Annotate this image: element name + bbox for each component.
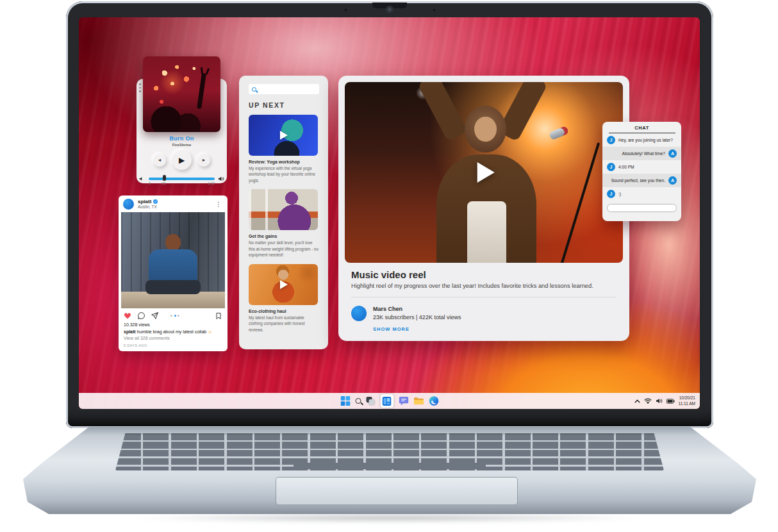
post-timestamp: 5 DAYS AGO bbox=[124, 343, 222, 348]
drag-handle-icon[interactable] bbox=[139, 83, 141, 92]
video-thumbnail[interactable] bbox=[249, 115, 318, 156]
microphone bbox=[549, 126, 570, 140]
avatar: A bbox=[668, 176, 677, 185]
progress-times: 0 21 1:00 bbox=[149, 181, 215, 186]
task-view-icon[interactable] bbox=[366, 397, 375, 406]
search-icon[interactable] bbox=[355, 398, 361, 404]
clock[interactable]: 10/20/21 11:11 AM bbox=[679, 395, 696, 406]
microphone-dot bbox=[345, 9, 347, 11]
video-thumbnail[interactable] bbox=[249, 264, 318, 305]
keyboard[interactable] bbox=[115, 433, 664, 470]
song-artist: FireShrine bbox=[137, 143, 227, 147]
chat-message: Sound perfect, see you then. A bbox=[602, 174, 681, 187]
view-comments-link[interactable]: View all 328 comments bbox=[124, 335, 222, 342]
spacebar-key[interactable] bbox=[294, 463, 486, 469]
video-player-card: Music video reel Highlight reel of my pr… bbox=[338, 76, 629, 341]
chat-widget: CHAT J Hey, are you joining us later? Ab… bbox=[602, 122, 681, 221]
chat-header: CHAT bbox=[602, 122, 681, 131]
more-menu-icon[interactable]: ⋮ bbox=[214, 201, 223, 208]
video-thumbnail[interactable] bbox=[249, 189, 318, 230]
windows-taskbar: 10/20/21 11:11 AM bbox=[79, 393, 700, 409]
caption: splatt humble brag about my latest colla… bbox=[124, 329, 222, 336]
avatar[interactable] bbox=[123, 199, 134, 210]
video-title[interactable]: Get the gains bbox=[249, 234, 319, 238]
video-title[interactable]: Review: Yoga workshop bbox=[249, 160, 319, 164]
chat-message: J Hey, are you joining us later? bbox=[602, 133, 681, 147]
up-next-item[interactable]: Get the gains No matter your skill level… bbox=[249, 189, 319, 258]
search-icon bbox=[252, 87, 256, 92]
show-more-button[interactable]: SHOW MORE bbox=[373, 326, 461, 332]
previous-icon: ◂ bbox=[158, 157, 161, 163]
wifi-icon[interactable] bbox=[644, 398, 652, 404]
up-next-panel: UP NEXT Review: Yoga workshop My experie… bbox=[239, 76, 328, 349]
divider bbox=[351, 297, 617, 297]
trackpad[interactable] bbox=[276, 477, 518, 505]
song-title: Burn On bbox=[137, 135, 227, 142]
play-icon bbox=[280, 280, 288, 289]
start-button-icon[interactable] bbox=[340, 396, 350, 406]
username[interactable]: splatt bbox=[138, 199, 151, 204]
avatar: A bbox=[668, 149, 677, 158]
video-description: My latest haul from sustainable clothing… bbox=[249, 315, 319, 333]
chat-message: J 4:00 PM bbox=[602, 160, 681, 174]
avatar: J bbox=[607, 163, 615, 171]
album-art bbox=[143, 56, 220, 132]
avatar: J bbox=[607, 190, 615, 198]
up-next-item[interactable]: Review: Yoga workshop My experience with… bbox=[249, 115, 319, 183]
video-frame[interactable] bbox=[345, 82, 623, 263]
social-post-widget: splatt Austin, TX ⋮ bbox=[119, 195, 228, 351]
rock-hand-silhouette bbox=[197, 73, 206, 109]
play-icon bbox=[280, 131, 288, 140]
play-button[interactable]: ▶ bbox=[172, 150, 192, 170]
teams-chat-icon[interactable] bbox=[399, 396, 408, 406]
up-next-item[interactable]: Eco-clothing haul My latest haul from su… bbox=[249, 264, 319, 333]
play-icon[interactable] bbox=[477, 162, 495, 183]
like-heart-icon[interactable] bbox=[124, 312, 132, 320]
volume-icon[interactable] bbox=[656, 398, 663, 404]
search-bar[interactable] bbox=[249, 84, 319, 94]
laptop-lid: Burn On FireShrine ◂ ▶ ▸ bbox=[66, 1, 713, 428]
laptop-product-render: Burn On FireShrine ◂ ▶ ▸ bbox=[0, 0, 778, 532]
video-title: Music video reel bbox=[351, 269, 617, 280]
share-icon[interactable] bbox=[151, 312, 159, 320]
file-explorer-icon[interactable] bbox=[413, 397, 424, 405]
view-count: 10.328 views bbox=[124, 322, 222, 329]
webcam bbox=[386, 6, 393, 13]
chat-input[interactable] bbox=[607, 204, 677, 212]
desktop-screen: Burn On FireShrine ◂ ▶ ▸ bbox=[79, 17, 700, 409]
next-icon: ▸ bbox=[203, 157, 205, 163]
microphone-dot bbox=[433, 9, 435, 11]
tray-chevron-icon[interactable] bbox=[634, 399, 640, 403]
channel-avatar[interactable] bbox=[351, 306, 367, 321]
volume-mute-icon[interactable] bbox=[139, 176, 144, 181]
edge-browser-icon[interactable] bbox=[429, 396, 438, 406]
post-photo bbox=[121, 212, 225, 308]
comment-icon[interactable] bbox=[137, 312, 145, 320]
up-next-header: UP NEXT bbox=[249, 101, 319, 109]
progress-bar[interactable] bbox=[149, 178, 215, 180]
active-media-app-icon[interactable] bbox=[380, 394, 393, 408]
next-track-button[interactable]: ▸ bbox=[197, 154, 210, 167]
avatar: J bbox=[607, 136, 615, 144]
verified-badge-icon bbox=[153, 199, 158, 204]
channel-stats: 23K subscribers | 422K total views bbox=[373, 314, 461, 320]
mic-stand bbox=[556, 142, 600, 263]
video-description: No matter your skill level, you'll love … bbox=[249, 240, 319, 258]
video-description: Highlight reel of my progress over the l… bbox=[351, 283, 617, 289]
battery-icon[interactable] bbox=[666, 399, 675, 404]
volume-icon[interactable] bbox=[218, 176, 224, 181]
video-description: My experience with the virtual yoga work… bbox=[249, 165, 319, 183]
play-icon: ▶ bbox=[179, 156, 185, 165]
tray-date: 10/20/21 bbox=[679, 395, 696, 401]
channel-name[interactable]: Mars Chen bbox=[373, 306, 461, 312]
location: Austin, TX bbox=[138, 204, 210, 209]
music-player-widget: Burn On FireShrine ◂ ▶ ▸ bbox=[137, 79, 227, 183]
smiley-emoji: ☺ bbox=[208, 329, 212, 334]
progress-scrubber[interactable] bbox=[163, 175, 166, 181]
previous-track-button[interactable]: ◂ bbox=[153, 154, 166, 167]
chat-message: Absolutely! What time? A bbox=[602, 147, 681, 160]
chat-message: J :) bbox=[602, 187, 681, 201]
video-title[interactable]: Eco-clothing haul bbox=[249, 309, 319, 313]
bookmark-icon[interactable] bbox=[215, 312, 222, 320]
tray-time: 11:11 AM bbox=[679, 401, 696, 406]
